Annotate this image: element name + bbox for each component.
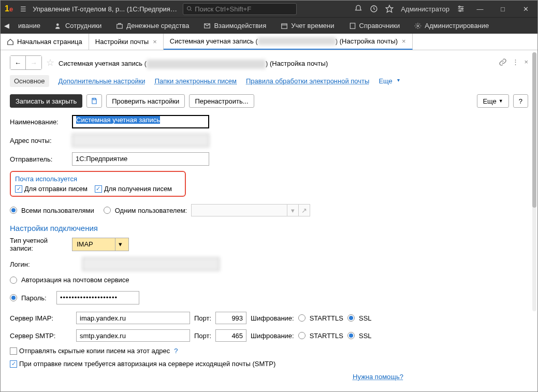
radio-imap-ssl[interactable] xyxy=(347,314,355,322)
acct-type-select[interactable]: IMAP ▾ xyxy=(72,238,129,251)
floppy-icon xyxy=(91,97,98,105)
save-button[interactable] xyxy=(86,94,102,108)
home-icon xyxy=(7,38,14,46)
tab-close-icon[interactable]: × xyxy=(402,37,406,45)
radio-all-users[interactable] xyxy=(10,207,17,214)
label-one-user: Одним пользователем: xyxy=(115,207,187,214)
nav-buttons: ← → xyxy=(10,55,42,70)
save-close-button[interactable]: Записать и закрыть xyxy=(10,94,82,108)
chk-receive[interactable]: ✓Для получения писем xyxy=(95,185,172,193)
people-icon xyxy=(55,22,62,30)
tab-home[interactable]: Начальная страница xyxy=(1,34,89,50)
titlebar: 1e ☰ Управление IT-отделом 8, р... (1С:П… xyxy=(1,1,537,17)
menu-item-refs[interactable]: Справочники xyxy=(342,22,408,30)
chk-send[interactable]: ✓Для отправки писем xyxy=(15,185,88,193)
tab-close-icon[interactable]: × xyxy=(153,38,157,46)
linktab-rules[interactable]: Правила обработки электронной почты xyxy=(246,77,369,85)
row-email: Адрес почты: xxxxxxxxxxxxxxxxxxxxx xyxy=(10,134,528,147)
label-all-users: Всеми пользователями xyxy=(21,207,94,214)
search-placeholder: Поиск Ctrl+Shift+F xyxy=(195,5,251,13)
chk-bcc[interactable]: ✓Отправлять скрытые копии писем на этот … xyxy=(10,347,528,355)
maximize-button[interactable]: □ xyxy=(495,5,511,13)
smtp-server-input[interactable] xyxy=(76,329,190,342)
svg-point-8 xyxy=(461,8,463,10)
menu-item-time[interactable]: Учет времени xyxy=(273,22,341,30)
password-input[interactable]: •••••••••••••••••••• xyxy=(56,291,139,304)
user-select[interactable]: ▾ ↗ xyxy=(191,204,310,216)
blurred-text: xxxxxxxxxxxxxxxxxxxxxxxx xyxy=(258,37,336,45)
tab-mail-settings[interactable]: Настройки почты× xyxy=(89,34,164,50)
scrollbar[interactable] xyxy=(532,52,536,311)
chevron-down-icon[interactable]: ▾ xyxy=(115,238,125,251)
tab-system-account[interactable]: Системная учетная запись (xxxxxxxxxxxxxx… xyxy=(164,34,413,50)
imap-server-input[interactable] xyxy=(76,312,190,324)
imap-label: Сервер IMAP: xyxy=(10,314,72,322)
minimize-button[interactable]: — xyxy=(472,5,488,13)
user-label[interactable]: Администратор xyxy=(401,5,449,13)
menu-item-money[interactable]: Денежные средства xyxy=(109,22,196,30)
name-input[interactable]: Системная учетная запись xyxy=(72,115,209,128)
radio-auth-service[interactable] xyxy=(10,277,17,284)
link-tabs: Основное Дополнительные настройки Папки … xyxy=(10,75,528,87)
more-icon[interactable]: ⋮ xyxy=(512,58,519,68)
smtp-row: Сервер SMTP: Порт: Шифрование: STARTTLS … xyxy=(10,329,528,342)
calendar-icon xyxy=(281,22,288,30)
linktab-extra[interactable]: Дополнительные настройки xyxy=(59,77,146,85)
help-button[interactable]: ? xyxy=(513,94,528,108)
link-icon[interactable] xyxy=(499,58,507,68)
open-icon[interactable]: ↗ xyxy=(298,205,310,216)
user-scope-row: Всеми пользователями Одним пользователем… xyxy=(10,204,528,216)
need-help-link[interactable]: Нужна помощь? xyxy=(10,373,403,381)
sender-label: Отправитель: xyxy=(10,155,72,163)
radio-smtp-starttls[interactable] xyxy=(298,332,306,339)
linktab-folders[interactable]: Папки электронных писем xyxy=(155,77,237,85)
header-row: ← → ☆ Системная учетная запись (xxxxxxxx… xyxy=(10,55,528,70)
gear-icon xyxy=(414,22,421,30)
svg-rect-17 xyxy=(93,98,96,100)
smtp-label: Сервер SMTP: xyxy=(10,332,72,340)
chk-smtp-auth[interactable]: ✓При отправке писем требуется авторизаци… xyxy=(10,360,528,368)
password-row: Пароль: •••••••••••••••••••• xyxy=(10,291,528,304)
radio-one-user[interactable] xyxy=(104,207,111,214)
scrollbar-thumb[interactable] xyxy=(532,52,536,208)
close-button[interactable]: ✕ xyxy=(518,5,533,13)
hamburger-icon[interactable]: ☰ xyxy=(20,5,26,13)
radio-smtp-ssl[interactable] xyxy=(347,332,355,339)
radio-imap-starttls[interactable] xyxy=(298,314,306,322)
login-input[interactable]: xxxxxxxxxxxxxxxxxxxxx xyxy=(82,257,220,271)
star-icon[interactable] xyxy=(385,5,394,13)
imap-port-input[interactable] xyxy=(215,312,246,324)
toolbar: Записать и закрыть Проверить настройки П… xyxy=(10,94,528,108)
settings-icon[interactable] xyxy=(457,5,465,13)
svg-rect-15 xyxy=(350,23,355,28)
menu-item-0[interactable]: ивание xyxy=(11,22,48,30)
menu-item-admin[interactable]: Администрирование xyxy=(407,22,496,30)
menu-item-interactions[interactable]: Взаимодействия xyxy=(196,22,273,30)
bell-icon[interactable] xyxy=(354,5,362,13)
email-input[interactable]: xxxxxxxxxxxxxxxxxxxxx xyxy=(72,134,209,147)
enc-label: Шифрование: xyxy=(251,314,294,322)
mail-usage-box: Почта используется ✓Для отправки писем ✓… xyxy=(10,171,186,197)
help-icon[interactable]: ? xyxy=(174,347,178,355)
svg-point-10 xyxy=(56,23,59,26)
more-button[interactable]: Еще ▼ xyxy=(477,94,508,108)
menu-item-employees[interactable]: Сотрудники xyxy=(48,22,109,30)
nav-back-button[interactable]: ← xyxy=(10,56,26,69)
linktab-more[interactable]: Еще xyxy=(379,77,399,85)
global-search[interactable]: Поиск Ctrl+Shift+F xyxy=(183,3,297,15)
nav-forward-button[interactable]: → xyxy=(26,56,41,69)
name-label: Наименование: xyxy=(10,118,72,126)
port-label: Порт: xyxy=(194,314,211,322)
reconfigure-button[interactable]: Перенастроить... xyxy=(189,94,254,108)
envelope-icon xyxy=(203,22,211,30)
check-settings-button[interactable]: Проверить настройки xyxy=(106,94,185,108)
radio-password[interactable] xyxy=(10,294,17,301)
favorite-star-icon[interactable]: ☆ xyxy=(46,57,54,68)
close-panel-icon[interactable]: × xyxy=(524,58,528,68)
smtp-port-input[interactable] xyxy=(215,329,246,342)
sender-input[interactable]: 1С:Предприятие xyxy=(72,152,209,166)
menubar-scroll-left[interactable]: ◀ xyxy=(3,22,11,30)
history-icon[interactable] xyxy=(370,5,378,13)
linktab-main[interactable]: Основное xyxy=(10,75,49,87)
dropdown-icon[interactable]: ▾ xyxy=(287,205,298,216)
